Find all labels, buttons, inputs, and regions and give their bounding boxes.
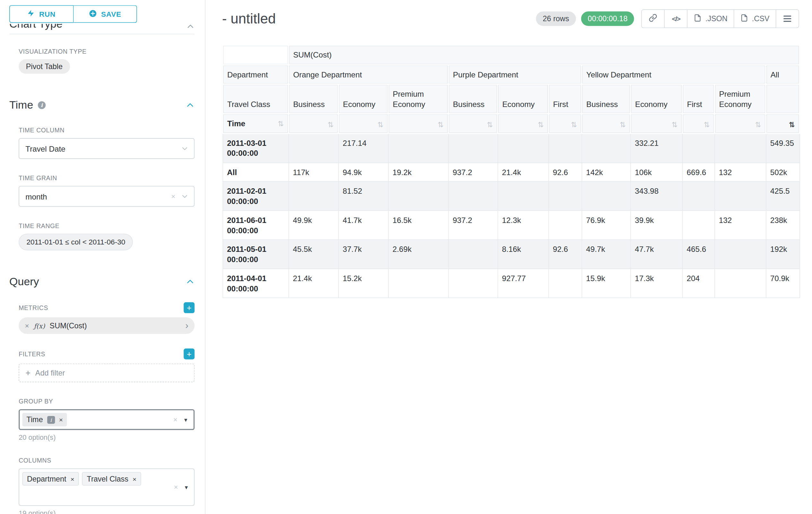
pivot-value-cell — [497, 133, 548, 163]
remove-chip-icon[interactable]: × — [59, 416, 63, 424]
pivot-subdimension-label: Travel Class — [223, 84, 289, 114]
pivot-value-cell: 132 — [715, 163, 766, 182]
file-json-icon — [694, 14, 702, 23]
export-csv-button[interactable]: .CSV — [734, 9, 776, 28]
columns-chip-label: Department — [27, 475, 66, 483]
view-query-button[interactable]: </> — [664, 9, 688, 28]
time-info-icon[interactable]: i — [38, 101, 46, 109]
control-panel-toolbar: RUN SAVE — [9, 0, 195, 24]
metric-option[interactable]: × ƒ(x) SUM(Cost) › — [19, 317, 195, 334]
time-grain-select[interactable]: month × — [19, 186, 195, 207]
metric-name: SUM(Cost) — [50, 322, 87, 330]
more-options-button[interactable] — [776, 9, 799, 28]
pivot-value-cell: 92.6 — [549, 163, 582, 182]
columns-chip[interactable]: Travel Class × — [82, 472, 141, 485]
pivot-value-cell — [497, 182, 548, 211]
time-column-value: Travel Date — [25, 144, 65, 153]
columns-select[interactable]: Department × Travel Class × × ▼ — [19, 468, 195, 506]
remove-chip-icon[interactable]: × — [133, 475, 137, 483]
pivot-value-cell: 92.6 — [549, 240, 582, 269]
pivot-col-header: Economy — [338, 84, 388, 114]
pivot-value-cell — [549, 133, 582, 163]
add-filter-button[interactable]: + Add filter — [19, 364, 195, 382]
sort-icon[interactable]: ⇅ — [487, 120, 493, 129]
pivot-value-cell — [289, 133, 338, 163]
sort-icon[interactable]: ⇅ — [704, 120, 710, 129]
sort-icon[interactable]: ⇅ — [437, 120, 443, 129]
sort-icon[interactable]: ⇅ — [538, 120, 544, 129]
time-range-pill[interactable]: 2011-01-01 ≤ col < 2011-06-30 — [19, 234, 133, 250]
save-button[interactable]: SAVE — [74, 5, 137, 23]
clear-icon[interactable]: × — [173, 415, 177, 424]
run-button[interactable]: RUN — [9, 5, 74, 23]
query-collapse-icon[interactable] — [186, 277, 195, 286]
pivot-value-cell — [448, 240, 498, 269]
pivot-group-header: Orange Department — [289, 64, 448, 84]
group-by-chip[interactable]: Time i × — [23, 413, 67, 426]
viz-type-pill[interactable]: Pivot Table — [19, 59, 70, 74]
pivot-col-header: Business — [582, 84, 630, 114]
save-button-label: SAVE — [101, 10, 121, 18]
pivot-value-cell — [715, 182, 766, 211]
pivot-value-cell: 17.3k — [630, 269, 682, 298]
pivot-value-cell: 937.2 — [448, 163, 498, 182]
pivot-column-dimension-label: Department — [223, 64, 289, 84]
add-metric-button[interactable]: + — [183, 302, 195, 313]
sort-icon[interactable]: ⇅ — [755, 120, 761, 129]
sort-icon[interactable]: ⇅ — [377, 120, 383, 129]
pivot-value-cell: 343.98 — [630, 182, 682, 211]
pivot-col-header: Premium Economy — [715, 84, 766, 114]
group-by-select[interactable]: Time i × × ▼ — [19, 409, 195, 430]
pivot-value-cell: 47.7k — [630, 240, 682, 269]
pivot-value-cell: 15.2k — [338, 269, 388, 298]
clear-icon[interactable]: × — [171, 192, 175, 200]
sort-icon[interactable]: ⇅ — [278, 119, 284, 128]
pivot-value-cell — [582, 133, 630, 163]
remove-metric-icon[interactable]: × — [25, 322, 29, 330]
link-icon — [649, 13, 657, 24]
pivot-table-container: SUM(Cost)DepartmentOrange DepartmentPurp… — [222, 45, 812, 298]
pivot-value-cell: 39.9k — [630, 211, 682, 240]
sort-icon[interactable]: ⇅ — [328, 120, 334, 129]
pivot-value-cell — [448, 182, 498, 211]
metrics-label-row: METRICS + — [19, 302, 195, 313]
pivot-col-header: First — [549, 84, 582, 114]
pivot-col-header: Premium Economy — [388, 84, 448, 114]
run-button-label: RUN — [39, 10, 56, 18]
pivot-value-cell — [388, 133, 448, 163]
pivot-col-header: Economy — [497, 84, 548, 114]
sort-icon[interactable]: ⇅ — [620, 120, 626, 129]
pivot-value-cell — [289, 182, 338, 211]
visualization-type-label: VISUALIZATION TYPE — [19, 48, 195, 55]
clear-icon[interactable]: × — [174, 483, 178, 491]
columns-options-hint: 19 option(s) — [19, 510, 195, 514]
sort-icon[interactable]: ⇅ — [671, 120, 677, 129]
pivot-row-label: 2011-06-01 00:00:00 — [223, 211, 289, 240]
pivot-row-label: 2011-04-01 00:00:00 — [223, 269, 289, 298]
remove-chip-icon[interactable]: × — [70, 475, 74, 483]
pivot-value-cell: 142k — [582, 163, 630, 182]
sort-icon[interactable]: ⇅ — [571, 120, 577, 129]
pivot-value-cell: 502k — [766, 163, 800, 182]
save-plus-circle-icon — [89, 9, 97, 19]
pivot-sort-cell: ⇅ — [497, 114, 548, 133]
function-icon: ƒ(x) — [34, 322, 45, 329]
pivot-value-cell: 132 — [715, 211, 766, 240]
copy-link-button[interactable] — [642, 9, 665, 28]
chevron-down-icon — [181, 145, 188, 152]
columns-chip[interactable]: Department × — [23, 472, 79, 485]
plus-icon: + — [25, 369, 30, 377]
time-column-select[interactable]: Travel Date — [19, 138, 195, 159]
chart-title[interactable]: - untitled — [222, 10, 276, 27]
pivot-row-label: 2011-05-01 00:00:00 — [223, 240, 289, 269]
chevron-down-icon — [181, 193, 188, 200]
query-section-title: Query — [9, 275, 39, 288]
column-info-icon[interactable]: i — [47, 416, 55, 424]
sort-desc-active-icon[interactable]: ⇅ — [789, 120, 795, 129]
pivot-value-cell: 94.9k — [338, 163, 388, 182]
row-count-badge: 26 rows — [536, 11, 576, 26]
add-filter-plus-button[interactable]: + — [183, 349, 195, 359]
export-json-button[interactable]: .JSON — [687, 9, 734, 28]
pivot-row-dimension-header: Time⇅ — [223, 114, 289, 133]
time-collapse-icon[interactable] — [186, 101, 195, 109]
